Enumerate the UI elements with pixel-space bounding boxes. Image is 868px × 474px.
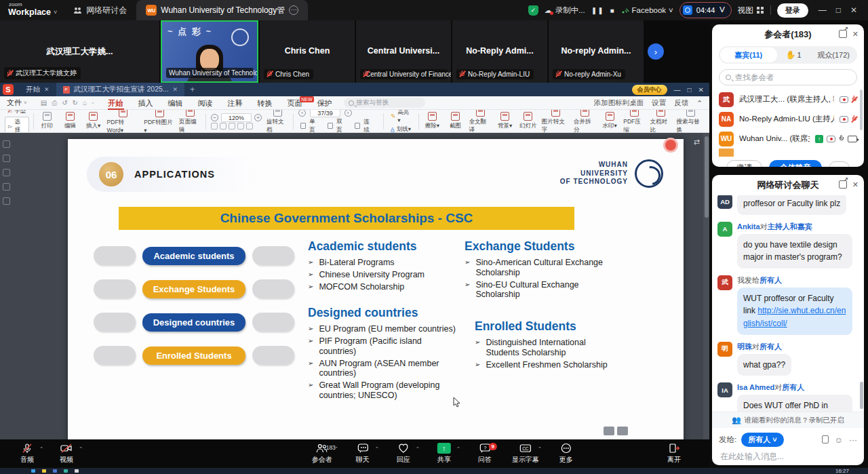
rotate-right-button[interactable] — [246, 123, 253, 130]
save-icon[interactable]: ▤ — [41, 99, 47, 107]
chevron-up-icon[interactable]: ⌃ — [456, 446, 460, 452]
previous-page-button[interactable]: ‹ — [298, 110, 306, 117]
document-scrollbar[interactable] — [703, 134, 709, 441]
insert-button[interactable]: 插入▾ — [82, 112, 105, 130]
pdf-page[interactable]: 06 APPLICATIONS WUHAN UNIVERSITY OF TECH… — [68, 139, 684, 441]
tab-guests[interactable]: 嘉宾(11) — [720, 47, 777, 62]
menu-read[interactable]: 阅读 — [191, 96, 220, 110]
tab-webinar[interactable]: 网络研讨会 — [64, 0, 136, 20]
video-tile-active-speaker[interactable]: ~ 点 彩 ~ Wuhan University of Technology — [161, 20, 258, 83]
slideshow-button[interactable]: 幻灯片 — [517, 112, 540, 130]
feedback-button[interactable]: 反馈 — [674, 98, 688, 108]
menu-protect[interactable]: 保护 — [310, 96, 340, 110]
chevron-up-icon[interactable]: ⌃ — [416, 446, 420, 452]
popout-icon[interactable] — [839, 180, 847, 189]
home-icon[interactable]: ⌂ — [83, 99, 87, 107]
settings-button[interactable]: 设置 — [652, 98, 666, 108]
pause-recording-button[interactable]: ❚❚ — [591, 7, 604, 14]
windows-taskbar[interactable]: 16:27 — [0, 468, 868, 474]
wps-logo[interactable]: S — [3, 84, 14, 95]
thumbnails-icon[interactable] — [3, 155, 10, 162]
chevron-up-icon[interactable]: ⌃ — [39, 446, 43, 452]
more-options-button[interactable]: ··· — [829, 161, 850, 167]
meeting-timer[interactable]: 04:44 ˅ — [679, 2, 732, 18]
facebook-live-button[interactable]: Facebook ˅ — [621, 6, 673, 14]
send-to-selector[interactable]: 所有人 ˅ — [741, 433, 783, 447]
wps-tab-home[interactable]: 开始✕ — [19, 83, 56, 96]
page-view-buttons[interactable] — [604, 427, 628, 435]
screenshot-button[interactable]: 截图 — [444, 112, 467, 130]
chevron-up-icon[interactable]: ⌃ — [334, 446, 338, 452]
menu-convert[interactable]: 转换 — [250, 96, 280, 110]
doc-compare-button[interactable]: 文档对比 — [648, 110, 674, 133]
tab-audience[interactable]: 观众(172) — [810, 50, 857, 60]
continuous-mode-button[interactable]: 连续 — [353, 118, 378, 134]
select-tool-button[interactable]: ▻选择 — [5, 117, 29, 133]
outline-icon[interactable] — [3, 169, 10, 176]
menu-start[interactable]: 开始 — [101, 96, 131, 110]
annotation-list-icon[interactable] — [3, 183, 10, 191]
more-button[interactable]: 更多 — [549, 443, 584, 465]
redo-icon[interactable]: ↻ — [73, 99, 78, 107]
hand-tool-button[interactable]: ✍手型 — [5, 110, 29, 116]
popout-icon[interactable] — [839, 30, 847, 38]
pdf-to-image-button[interactable]: PDF转图片▾ — [142, 110, 177, 133]
menu-page[interactable]: 页面NEW — [280, 96, 310, 110]
watermark-button[interactable]: 水印▾ — [598, 112, 621, 130]
chat-more-icon[interactable]: ··· — [849, 435, 857, 445]
tab-meeting[interactable]: WU Wuhan University of Technology管 ··· — [136, 0, 308, 20]
chat-input[interactable]: 在此处输入消息... — [712, 448, 864, 465]
close-icon[interactable]: ✕ — [852, 30, 859, 39]
attachment-icon[interactable] — [3, 197, 10, 205]
participant-row[interactable]: NA No-Reply Admin-LIU (主持人) — [712, 109, 864, 129]
pdf-to-word-button[interactable]: PDF转Word▾ — [105, 110, 142, 133]
chat-button[interactable]: 聊天 ⌃ — [345, 443, 380, 465]
participants-button[interactable]: 183 参会者 ⌃ — [304, 443, 340, 465]
chat-link[interactable]: http://sie.whut.edu.cn/english/ist/coll/ — [743, 306, 846, 328]
wps-search-box[interactable]: 搜索与替换 — [344, 98, 425, 108]
menu-insert[interactable]: 插入 — [131, 96, 161, 110]
chat-scrollbar[interactable] — [860, 382, 863, 409]
video-tile[interactable]: Chris Chen Chris Chen — [260, 20, 355, 83]
view-button[interactable]: 视图 — [738, 5, 764, 16]
captions-button[interactable]: CC 显示字幕 ⌃ — [508, 443, 543, 465]
window-minimize-button[interactable]: — — [818, 5, 827, 15]
rotate-document-button[interactable]: 旋转文档 — [264, 110, 291, 133]
video-tile[interactable]: Central Universi... Central University o… — [356, 20, 451, 83]
print-icon[interactable]: ⎙ — [52, 99, 57, 107]
video-tile[interactable]: No-reply Admin... No-reply Admin-Xu — [549, 20, 644, 83]
next-page-videos-button[interactable]: › — [648, 43, 664, 60]
attach-file-icon[interactable] — [822, 435, 829, 443]
collapse-panel-icon[interactable]: ⇄ — [694, 138, 700, 146]
reactions-button[interactable]: 回应 ⌃ — [386, 443, 421, 465]
menu-edit[interactable]: 编辑 — [161, 96, 191, 110]
qa-button[interactable]: ? 9 问答 — [467, 443, 502, 465]
menu-annotate[interactable]: 注释 — [220, 96, 250, 110]
login-button[interactable]: 登录 — [777, 3, 808, 18]
erase-button[interactable]: 擦除▾ — [421, 112, 444, 130]
translate-button[interactable]: 全文翻译 — [467, 110, 494, 133]
security-shield-icon[interactable]: ✓ — [528, 5, 538, 16]
participant-row-partial[interactable] — [712, 149, 864, 157]
participant-row[interactable]: 武 武汉理工大... (联席主持人, 我) — [712, 90, 864, 109]
add-to-desktop-button[interactable]: 添加图标到桌面 — [594, 98, 644, 108]
page-indicator[interactable]: 37/39 — [310, 110, 340, 117]
wps-close-button[interactable]: ✕ — [698, 86, 704, 94]
emoji-icon[interactable]: ☺ — [835, 435, 843, 445]
bookmark-icon[interactable] — [3, 140, 10, 148]
background-button[interactable]: 背景▾ — [494, 112, 517, 130]
more-icon[interactable]: ◦ — [92, 99, 94, 107]
zoom-workplace-menu[interactable]: zoom Workplace ˅ — [0, 3, 64, 17]
share-screen-button[interactable]: ↑ 共享 ⌃ — [427, 443, 462, 465]
chevron-up-icon[interactable]: ⌃ — [375, 446, 379, 452]
next-page-button[interactable]: › — [344, 110, 352, 117]
chevron-up-icon[interactable]: ⌃ — [538, 446, 542, 452]
window-maximize-button[interactable]: □ — [836, 5, 841, 15]
mute-all-button[interactable]: 全体静音 — [769, 160, 822, 167]
chevron-up-icon[interactable]: ⌃ — [79, 446, 83, 452]
two-page-mode-button[interactable]: 双页 — [326, 118, 351, 134]
raised-hands-indicator[interactable]: ✋1 — [777, 50, 810, 60]
zoom-level[interactable]: 120% — [221, 113, 252, 122]
single-page-mode-button[interactable]: 单页 — [298, 118, 324, 134]
leave-button[interactable]: 离开 — [656, 443, 692, 465]
